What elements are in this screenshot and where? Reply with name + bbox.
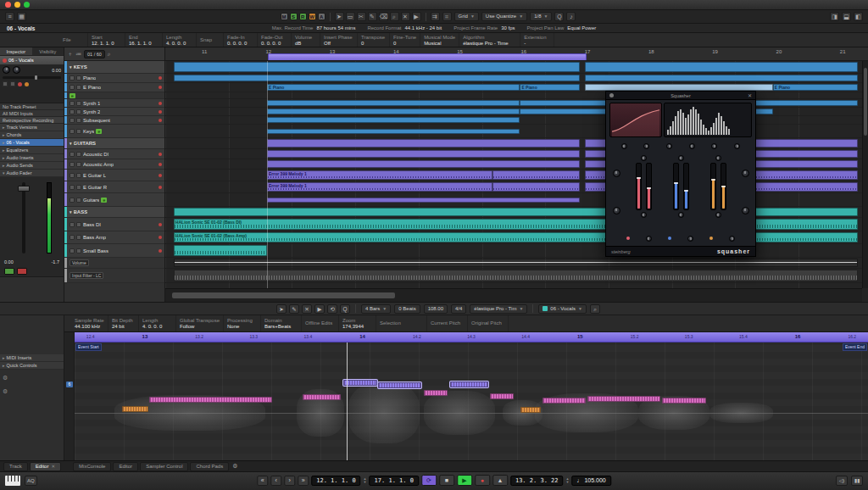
editor-info-selection[interactable]: Selection (376, 315, 427, 331)
track-guitars[interactable]: Guitarse (64, 193, 164, 207)
inspector-section-audio-inserts[interactable]: ▸Audio Inserts (0, 154, 64, 162)
info-field-transpose[interactable]: Transpose0 (358, 33, 390, 47)
toolbar-button-r[interactable]: R (299, 13, 307, 20)
plugin-knob[interactable] (621, 143, 627, 149)
tab-chord-pads[interactable]: Chord Pads (190, 462, 229, 471)
record-enable-icon[interactable] (3, 58, 7, 63)
track-preset-field[interactable]: No Track Preset (0, 103, 64, 110)
plugin-knob[interactable] (666, 143, 672, 149)
info-field-insert-phase[interactable]: Insert PhaseOff (320, 33, 358, 47)
track-volume[interactable]: Volume (64, 258, 164, 269)
autoscroll-icon[interactable]: ⇉ (431, 12, 440, 21)
tab-track[interactable]: Track (3, 462, 28, 471)
audio-alignment-icon[interactable]: ♪ (566, 12, 576, 21)
plugin-knob[interactable] (613, 170, 620, 177)
mute-button[interactable] (70, 109, 75, 114)
toolbar-button-m[interactable]: M (281, 13, 288, 20)
media-rack-icon[interactable]: ▦ (17, 12, 26, 21)
tool-icon-1[interactable]: ▭ (346, 12, 355, 21)
editor-ruler[interactable]: 12.41313.213.313.41414.214.314.41515.215… (75, 332, 868, 342)
editor-info-offline-edits[interactable]: Offline Edits (302, 315, 339, 331)
editor-info-zoom[interactable]: Zoom174,3944 (339, 315, 376, 331)
horizontal-scrollbar[interactable] (165, 288, 862, 302)
track-guitars[interactable]: ▾GUITARS (64, 138, 164, 149)
band-knob[interactable] (641, 212, 647, 218)
track-piano[interactable]: Piano (64, 74, 164, 83)
solo-button[interactable] (76, 185, 81, 190)
tempo-display[interactable]: ♩ 105.000 (571, 476, 610, 486)
inspector-section-audio-sends[interactable]: ▸Audio Sends (0, 162, 64, 170)
vari-note[interactable] (542, 398, 586, 404)
clip-e-piano[interactable] (585, 84, 773, 91)
clip-input-filter-lc[interactable] (174, 270, 858, 281)
band-knob[interactable] (678, 212, 684, 218)
tab-editor[interactable]: Editor (113, 462, 138, 471)
toolbar-button-a[interactable]: A (318, 13, 326, 20)
clip-keys[interactable] (174, 62, 580, 72)
editor-info-sample-rate[interactable]: Sample Rate44.100 kHz (71, 315, 108, 331)
track-bass-amp[interactable]: Bass Amp (64, 231, 164, 244)
vari-note[interactable] (490, 393, 514, 399)
clip-guitars[interactable] (267, 139, 580, 148)
plugin-close-icon[interactable]: ✕ (748, 92, 752, 98)
info-field-volume[interactable]: VolumedB (292, 33, 320, 47)
band-fader[interactable] (673, 163, 679, 210)
vari-note[interactable] (343, 380, 376, 386)
clip-piano[interactable] (174, 75, 580, 81)
editor-beats-select[interactable]: 0 Beats (394, 304, 420, 314)
arrange-ruler[interactable]: 1112131415161718192021 (165, 47, 868, 61)
band-fader[interactable] (636, 163, 642, 210)
inspector-section-06-vocals[interactable]: ▸06 - Vocals (0, 139, 64, 147)
event-end-label[interactable]: Event End (843, 343, 867, 351)
solo-button[interactable] (76, 101, 81, 106)
toolbar-button-s[interactable]: S (290, 13, 298, 20)
info-field-snap[interactable]: Snap (197, 33, 224, 47)
mute-button[interactable] (70, 185, 75, 190)
solo-button[interactable] (76, 222, 81, 227)
editor-content[interactable]: Event Start Event End (75, 342, 868, 460)
clip-keys[interactable] (585, 62, 858, 72)
plugin-titlebar[interactable]: Squasher ✕ (606, 92, 755, 100)
right-zone-toggle-icon[interactable]: ◧ (854, 12, 863, 21)
automation-lane[interactable]: e (64, 92, 164, 99)
editor-info-processing[interactable]: ProcessingNone (224, 315, 261, 331)
inspector-tab-inspector[interactable]: Inspector (0, 47, 32, 55)
clip-subsequent[interactable] (267, 117, 520, 123)
search-icon[interactable]: ⌕ (108, 51, 111, 58)
tab-mixconsole[interactable]: MixConsole (73, 462, 111, 471)
clip-error-399-melody-1[interactable]: Error 399 Melody 1 (267, 170, 492, 180)
plugin-knob[interactable] (687, 236, 693, 242)
mute-button[interactable] (70, 101, 75, 106)
track-e-guitar-r[interactable]: E Guitar R (64, 181, 164, 193)
band-fader[interactable] (710, 163, 716, 210)
solo-button[interactable] (76, 85, 81, 90)
track-input-filter-lc[interactable]: Input Filter - LC (64, 269, 164, 283)
mute-button[interactable] (70, 162, 75, 167)
vertical-scrollbar[interactable] (862, 61, 868, 288)
horizontal-scrollbar-thumb[interactable] (172, 292, 395, 298)
mute-button[interactable] (70, 129, 75, 134)
clip-e-piano[interactable]: E Piano (267, 84, 520, 91)
info-field-fade-out[interactable]: Fade-Out0. 0. 0. 0 (258, 33, 292, 47)
vari-note[interactable] (587, 396, 660, 402)
band-knob[interactable] (678, 155, 684, 161)
volume-slider[interactable] (3, 76, 61, 79)
vari-note[interactable] (520, 407, 541, 413)
tab-sampler-control[interactable]: Sampler Control (140, 462, 188, 471)
inspector-section-chords[interactable]: ▸Chords (0, 131, 64, 139)
position-display[interactable]: 13. 2. 3. 22 (510, 476, 564, 486)
left-locator-display[interactable]: 12. 1. 1. 0 (311, 476, 360, 486)
vari-note[interactable] (303, 394, 341, 400)
metronome-button[interactable]: ▲ (492, 475, 508, 486)
band-fader[interactable] (646, 163, 652, 210)
tool-icon-3[interactable]: ✎ (368, 12, 377, 21)
track-acoustic-di[interactable]: Acoustic DI (64, 149, 164, 159)
track-visibility-counter[interactable]: 01 / 60 (84, 50, 105, 58)
info-field-end[interactable]: End16. 1. 1. 0 (125, 33, 163, 47)
editor-tool-icon-0[interactable]: ➤ (276, 304, 287, 314)
plugin-knob[interactable] (742, 170, 749, 177)
rewind-button[interactable]: ‹ (270, 476, 281, 486)
goto-start-button[interactable]: « (257, 476, 268, 486)
track-keys[interactable]: Keyse (64, 125, 164, 138)
gear-icon[interactable]: ⚙ (3, 388, 61, 395)
